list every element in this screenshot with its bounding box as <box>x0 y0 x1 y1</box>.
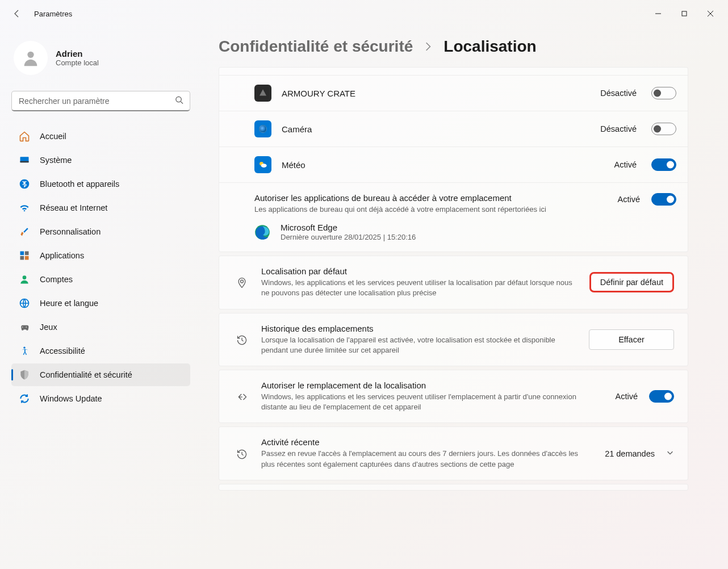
toggle-status: Désactivé <box>600 89 637 98</box>
desktop-desc: Les applications de bureau qui ont déjà … <box>254 204 605 215</box>
app-name: ARMOURY CRATE <box>282 89 590 98</box>
app-list: ARMOURY CRATE Désactivé Caméra Désactivé… <box>219 67 688 252</box>
svg-rect-10 <box>20 252 24 256</box>
recent-desc: Passez en revue l'accès à l'emplacement … <box>261 449 592 469</box>
bluetooth-icon <box>18 178 31 190</box>
list-cutoff <box>219 68 688 76</box>
svg-point-16 <box>22 327 23 328</box>
edge-icon <box>254 224 270 240</box>
sidebar: Adrien Compte local Accueil Système Blue… <box>0 27 202 569</box>
clear-history-button[interactable]: Effacer <box>589 329 674 350</box>
svg-rect-13 <box>25 256 29 260</box>
desktop-title: Autoriser les applications de bureau à a… <box>254 193 605 203</box>
content: Confidentialité et sécurité Localisation… <box>202 27 728 569</box>
sidebar-item-label: Confidentialité et sécurité <box>40 370 132 379</box>
accessibility-icon <box>18 345 31 357</box>
toggle-desktop-apps[interactable] <box>651 193 676 206</box>
set-default-button[interactable]: Définir par défaut <box>589 272 674 292</box>
svg-point-21 <box>261 164 267 168</box>
recent-activity-card[interactable]: Activité récente Passez en revue l'accès… <box>219 426 688 480</box>
apps-icon <box>18 249 31 262</box>
toggle-camera[interactable] <box>651 123 676 135</box>
person-icon <box>18 273 31 286</box>
recent-title: Activité récente <box>261 437 592 447</box>
sidebar-item-network[interactable]: Réseau et Internet <box>11 196 190 219</box>
maximize-button[interactable] <box>671 5 697 23</box>
svg-line-6 <box>181 102 183 104</box>
app-name: Météo <box>282 160 604 170</box>
toggle-status: Activé <box>618 195 641 204</box>
sidebar-item-label: Applications <box>40 251 84 260</box>
recent-icon <box>235 447 249 461</box>
edge-name: Microsoft Edge <box>281 223 676 232</box>
back-button[interactable] <box>10 7 24 20</box>
sidebar-item-label: Comptes <box>40 275 73 284</box>
svg-rect-8 <box>20 161 29 163</box>
sidebar-item-label: Jeux <box>40 323 57 332</box>
override-card: Autoriser le remplacement de la localisa… <box>219 370 688 423</box>
svg-point-5 <box>176 97 181 102</box>
toggle-weather[interactable] <box>651 158 676 171</box>
brush-icon <box>18 225 31 238</box>
user-block[interactable]: Adrien Compte local <box>11 37 190 81</box>
user-name: Adrien <box>56 49 99 58</box>
sidebar-item-apps[interactable]: Applications <box>11 244 190 267</box>
override-title: Autoriser le remplacement de la localisa… <box>261 380 603 390</box>
app-row-armoury: ARMOURY CRATE Désactivé <box>219 76 688 111</box>
history-desc: Lorsque la localisation de l'appareil es… <box>261 335 576 355</box>
svg-point-23 <box>241 280 244 283</box>
breadcrumb: Confidentialité et sécurité Localisation <box>219 37 688 56</box>
sidebar-item-label: Système <box>40 156 72 165</box>
armoury-icon <box>254 85 271 102</box>
search-input[interactable] <box>11 91 190 111</box>
user-sub: Compte local <box>56 58 99 67</box>
sidebar-item-time[interactable]: Heure et langue <box>11 292 190 315</box>
sidebar-item-label: Réseau et Internet <box>40 203 107 212</box>
sidebar-item-label: Accueil <box>40 132 66 141</box>
toggle-status: Activé <box>616 392 638 401</box>
sidebar-item-windowsupdate[interactable]: Windows Update <box>11 387 190 410</box>
home-icon <box>18 130 31 143</box>
svg-point-4 <box>27 52 34 58</box>
edge-last: Dernière ouverture 28/01/2025 | 15:20:16 <box>281 233 676 241</box>
titlebar: Paramètres <box>0 0 728 27</box>
sidebar-item-personalization[interactable]: Personnalisation <box>11 220 190 243</box>
toggle-armoury[interactable] <box>651 87 676 99</box>
sidebar-item-system[interactable]: Système <box>11 149 190 171</box>
sidebar-item-accessibility[interactable]: Accessibilité <box>11 340 190 362</box>
svg-rect-11 <box>25 252 29 256</box>
minimize-button[interactable] <box>645 5 671 23</box>
weather-icon <box>254 156 271 173</box>
app-row-camera: Caméra Désactivé <box>219 111 688 147</box>
app-title: Paramètres <box>34 10 72 18</box>
toggle-status: Désactivé <box>600 124 637 133</box>
sidebar-item-accounts[interactable]: Comptes <box>11 268 190 291</box>
gamepad-icon <box>18 321 31 333</box>
peek-card <box>219 484 688 491</box>
system-icon <box>18 154 31 166</box>
app-row-weather: Météo Activé <box>219 147 688 183</box>
sidebar-item-label: Personnalisation <box>40 227 101 236</box>
svg-rect-1 <box>682 11 687 16</box>
toggle-override[interactable] <box>649 390 674 403</box>
sidebar-item-gaming[interactable]: Jeux <box>11 316 190 338</box>
override-desc: Windows, les applications et les service… <box>261 392 603 412</box>
avatar <box>14 41 48 75</box>
update-icon <box>18 392 31 405</box>
shield-icon <box>18 369 31 381</box>
sidebar-item-home[interactable]: Accueil <box>11 125 190 148</box>
sidebar-item-privacy[interactable]: Confidentialité et sécurité <box>11 363 190 386</box>
sidebar-item-bluetooth[interactable]: Bluetooth et appareils <box>11 173 190 195</box>
chevron-right-icon <box>423 41 433 52</box>
page-title: Localisation <box>444 37 536 56</box>
wifi-icon <box>18 202 31 214</box>
default-loc-desc: Windows, les applications et les service… <box>261 278 577 298</box>
toggle-status: Activé <box>614 160 637 169</box>
sidebar-item-label: Accessibilité <box>40 346 85 355</box>
breadcrumb-parent[interactable]: Confidentialité et sécurité <box>219 37 413 56</box>
svg-point-17 <box>26 327 27 328</box>
window-controls <box>645 5 723 23</box>
close-button[interactable] <box>697 5 723 23</box>
sidebar-item-label: Heure et langue <box>40 299 98 308</box>
chevron-down-icon <box>666 449 674 459</box>
